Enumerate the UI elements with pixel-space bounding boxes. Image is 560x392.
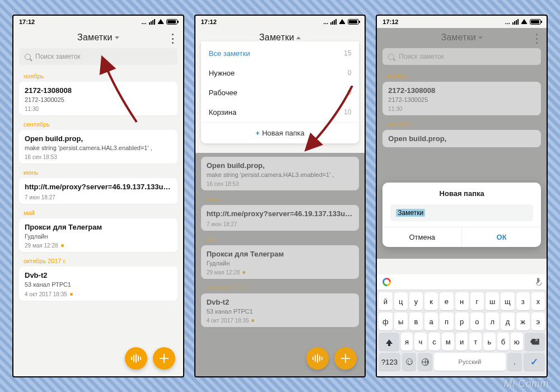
folder-name-input[interactable]: Заметки: [390, 204, 533, 221]
wifi-icon: [157, 19, 164, 24]
key-л[interactable]: л: [486, 312, 499, 330]
key-ф[interactable]: ф: [379, 312, 392, 330]
key-ц[interactable]: ц: [394, 292, 408, 310]
key-ш[interactable]: ш: [486, 292, 499, 310]
section-label: ноябрь: [19, 72, 178, 81]
key-э[interactable]: э: [531, 312, 545, 330]
key-и[interactable]: и: [456, 333, 468, 351]
key-к[interactable]: к: [424, 292, 438, 310]
new-note-fab[interactable]: [334, 347, 357, 370]
key-щ[interactable]: щ: [501, 292, 514, 310]
keyboard: йцукенгшщзх фывапролджэ ячсмитьбю ?123 Р…: [377, 274, 547, 376]
backspace-key[interactable]: [525, 333, 545, 351]
note-card: http://t.me/proxy?server=46.19.137.133u&…: [201, 205, 360, 231]
key-ж[interactable]: ж: [516, 312, 530, 330]
signal-icon: ...: [142, 18, 147, 25]
key-б[interactable]: б: [497, 333, 510, 351]
key-ч[interactable]: ч: [414, 333, 427, 351]
key-р[interactable]: р: [455, 312, 469, 330]
battery-icon: [348, 19, 359, 25]
section-label: октябрь 2017 г.: [19, 256, 178, 265]
keyboard-suggestion-bar: [377, 274, 547, 290]
shift-key[interactable]: [379, 333, 399, 351]
voice-note-fab[interactable]: [306, 347, 329, 370]
folder-item[interactable]: Рабочее0: [201, 83, 360, 102]
space-key[interactable]: Русский: [434, 353, 506, 371]
app-header: Заметки: [13, 28, 183, 45]
folder-item-all[interactable]: Все заметки15: [201, 44, 360, 63]
key-п[interactable]: п: [440, 312, 453, 330]
folder-item[interactable]: Нужное0: [201, 63, 360, 83]
folder-item-trash[interactable]: Корзина10: [201, 102, 360, 122]
phone-screen-1: 17:12 ... Заметки Поиск заметок ноябрь 2…: [12, 15, 184, 377]
key-м[interactable]: м: [442, 333, 454, 351]
new-folder-dialog: Новая папка Заметки Отмена ОК: [382, 183, 541, 247]
new-note-fab[interactable]: [153, 347, 175, 370]
key-д[interactable]: д: [501, 312, 514, 330]
status-bar: 17:12 ...: [13, 16, 183, 28]
key-а[interactable]: а: [424, 312, 438, 330]
note-card: Open build.prop, make string 'persist.ca…: [201, 157, 360, 190]
key-з[interactable]: з: [516, 292, 530, 310]
status-bar: 17:12 ...: [377, 16, 547, 28]
key-х[interactable]: х: [531, 292, 545, 310]
key-г[interactable]: г: [470, 292, 484, 310]
note-card: Open build.prop,: [382, 130, 541, 147]
app-title[interactable]: Заметки: [259, 32, 301, 42]
sync-dot-icon: [70, 293, 73, 296]
section-label: май: [19, 208, 178, 217]
cancel-button[interactable]: Отмена: [382, 227, 462, 247]
new-folder-button[interactable]: +Новая папка: [201, 122, 360, 143]
kebab-menu-button[interactable]: [169, 34, 178, 44]
period-key[interactable]: .: [507, 353, 522, 371]
phone-screen-2: 17:12 ... Заметки Все заметки15 Нужное0 …: [194, 15, 366, 377]
wifi-icon: [521, 19, 528, 24]
google-icon[interactable]: [382, 278, 391, 286]
key-с[interactable]: с: [428, 333, 441, 351]
sync-dot-icon: [61, 244, 64, 247]
key-я[interactable]: я: [401, 333, 413, 351]
cellular-icon: [330, 19, 337, 25]
battery-icon: [530, 19, 541, 25]
voice-note-fab[interactable]: [125, 347, 147, 370]
folders-dropdown: Все заметки15 Нужное0 Рабочее0 Корзина10…: [201, 41, 360, 143]
microphone-icon[interactable]: [535, 278, 541, 287]
status-bar: 17:12 ...: [195, 16, 365, 28]
search-input: Поиск заметок: [382, 48, 541, 65]
phone-screen-3: 17:12 ... Заметки Поиск заметок ноябрь 2…: [376, 15, 548, 377]
key-у[interactable]: у: [409, 292, 423, 310]
key-в[interactable]: в: [409, 312, 423, 330]
key-ю[interactable]: ю: [511, 333, 523, 351]
key-н[interactable]: н: [455, 292, 469, 310]
section-label: сентябрь: [19, 120, 178, 129]
note-card[interactable]: 2172-1308008 2172-1300025 11:30: [19, 82, 178, 115]
status-time: 17:12: [19, 18, 35, 25]
note-card[interactable]: Прокси для Телеграм Гудлайн 29 мая 12:28: [19, 218, 178, 252]
emoji-key[interactable]: [402, 353, 417, 371]
globe-key[interactable]: [418, 353, 432, 371]
section-label: июнь: [201, 195, 360, 204]
watermark: Mi Comm: [504, 378, 549, 390]
key-е[interactable]: е: [440, 292, 453, 310]
plus-icon: +: [255, 129, 260, 137]
cellular-icon: [149, 19, 155, 25]
note-card[interactable]: Open build.prop, make string 'persist.ca…: [19, 130, 178, 164]
note-card[interactable]: Dvb-t2 53 канал РТРС1 4 окт 2017 18:35: [19, 267, 178, 300]
key-о[interactable]: о: [470, 312, 484, 330]
key-й[interactable]: й: [379, 292, 392, 310]
section-label: май: [201, 235, 360, 244]
search-input[interactable]: Поиск заметок: [19, 48, 178, 65]
key-ы[interactable]: ы: [394, 312, 408, 330]
wifi-icon: [339, 19, 346, 24]
section-label: ноябрь: [382, 72, 541, 81]
ok-button[interactable]: ОК: [462, 227, 541, 247]
dialog-title: Новая папка: [382, 183, 541, 202]
key-т[interactable]: т: [469, 333, 482, 351]
numeric-key[interactable]: ?123: [379, 353, 400, 371]
status-time: 17:12: [201, 18, 217, 25]
signal-icon: ...: [323, 18, 328, 25]
enter-key[interactable]: ✓: [524, 353, 545, 371]
key-ь[interactable]: ь: [483, 333, 496, 351]
app-title[interactable]: Заметки: [77, 32, 119, 42]
note-card[interactable]: http://t.me/proxy?server=46.19.137.133u&…: [19, 178, 178, 204]
